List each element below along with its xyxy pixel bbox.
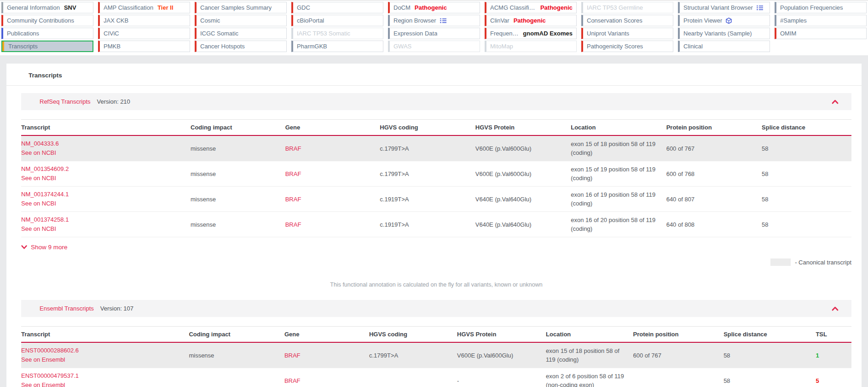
refseq-panel-title[interactable]: RefSeq Transcripts	[40, 98, 91, 105]
annotation-note: This functional annotation is calculated…	[21, 281, 851, 288]
tab-label: MitoMap	[490, 43, 513, 50]
tab-label: DoCM	[393, 4, 411, 11]
transcript-id-link[interactable]: NM_004333.6	[21, 139, 187, 148]
tab-grid: General InformationSNVAMP Classification…	[1, 2, 867, 52]
transcript-id-link[interactable]: NM_001354609.2	[21, 164, 187, 174]
tab-uniprot-variants[interactable]: Uniprot Variants	[581, 28, 673, 39]
see-on-ensembl-link[interactable]: See on Ensembl	[21, 355, 185, 364]
tab-clinvar[interactable]: ClinVarPathogenic	[485, 15, 577, 26]
tab-transcripts[interactable]: Transcripts	[1, 41, 93, 52]
tab-pharmgkb[interactable]: PharmGKB	[291, 41, 383, 52]
cell-hgvs-coding: c.1919T>A	[380, 187, 475, 212]
see-on-ncbi-link[interactable]: See on NCBI	[21, 199, 187, 208]
chevron-up-icon[interactable]	[832, 100, 839, 104]
see-on-ncbi-link[interactable]: See on NCBI	[21, 174, 187, 183]
tab-iarc-tp53-somatic: IARC TP53 Somatic	[291, 28, 383, 39]
tab-publications[interactable]: Publications	[1, 28, 93, 39]
tab-protein-viewer[interactable]: Protein Viewer	[678, 15, 770, 26]
tab-cosmic[interactable]: Cosmic	[195, 15, 287, 26]
transcript-id-link[interactable]: NM_001374258.1	[21, 215, 187, 224]
cell-gene: BRAF	[285, 187, 380, 212]
cell-splice-distance: 58	[723, 342, 816, 368]
see-on-ncbi-link[interactable]: See on NCBI	[21, 224, 187, 234]
transcript-id-link[interactable]: ENST00000479537.1	[21, 371, 185, 381]
see-on-ncbi-link[interactable]: See on NCBI	[21, 148, 187, 158]
gene-link[interactable]: BRAF	[285, 221, 301, 228]
cell-hgvs-protein: V600E (p.Val600Glu)	[475, 135, 571, 161]
column-header-hgvs-coding: HGVS coding	[369, 327, 457, 343]
ensembl-panel-header[interactable]: Ensembl Transcripts Version: 107	[21, 300, 851, 317]
chevron-up-icon[interactable]	[832, 306, 839, 311]
tab-samples[interactable]: #Samples	[775, 15, 867, 26]
gene-link[interactable]: BRAF	[285, 196, 301, 203]
column-header-location: Location	[546, 327, 633, 343]
tsl-value: 1	[816, 352, 819, 359]
ensembl-panel-title[interactable]: Ensembl Transcripts	[40, 305, 94, 312]
transcript-id-link[interactable]: ENST00000288602.6	[21, 346, 185, 355]
cell-tsl: 1	[816, 342, 851, 368]
tab-general-information[interactable]: General InformationSNV	[1, 2, 93, 13]
tab-expression-data[interactable]: Expression Data	[388, 28, 480, 39]
tab-label: PharmGKB	[297, 43, 327, 50]
tab-label: Region Browser	[393, 17, 436, 24]
tab-cbioportal[interactable]: cBioPortal	[291, 15, 383, 26]
tab-label: Frequencies	[490, 30, 519, 37]
cell-hgvs-coding	[369, 368, 457, 387]
tab-amp-classification[interactable]: AMP ClassificationTier II	[98, 2, 190, 13]
tab-gdc[interactable]: GDC	[291, 2, 383, 13]
tab-omim[interactable]: OMIM	[775, 28, 867, 39]
tab-jax-ckb[interactable]: JAX CKB	[98, 15, 190, 26]
tab-acmg-classification[interactable]: ACMG ClassificationPathogenic	[485, 2, 577, 13]
cell-gene: BRAF	[284, 368, 369, 387]
gene-link[interactable]: BRAF	[285, 170, 301, 177]
tab-population-frequencies[interactable]: Population Frequencies	[775, 2, 867, 13]
column-header-transcript: Transcript	[21, 120, 191, 136]
cell-hgvs-protein: -	[457, 368, 546, 387]
tab-label: General Information	[7, 4, 60, 11]
tab-conservation-scores[interactable]: Conservation Scores	[581, 15, 673, 26]
cell-hgvs-protein: V640E (p.Val640Glu)	[475, 187, 571, 212]
tab-community-contributions[interactable]: Community Contributions	[1, 15, 93, 26]
tab-frequencies[interactable]: FrequenciesgnomAD Exomes	[485, 28, 577, 39]
refseq-panel-header[interactable]: RefSeq Transcripts Version: 210	[21, 93, 851, 110]
tab-docm[interactable]: DoCMPathogenic	[388, 2, 480, 13]
cell-location: exon 2 of 6 position 58 of 119 (non-codi…	[546, 368, 633, 387]
cell-protein-position	[633, 368, 724, 387]
cell-coding-impact: missense	[191, 161, 285, 187]
column-header-splice-distance: Splice distance	[762, 120, 851, 136]
tab-clinical[interactable]: Clinical	[678, 41, 770, 52]
tab-label: Uniprot Variants	[587, 30, 629, 37]
gene-link[interactable]: BRAF	[284, 377, 301, 384]
tab-nearby-variants-sample[interactable]: Nearby Variants (Sample)	[678, 28, 770, 39]
column-header-tsl: TSL	[816, 327, 851, 343]
tab-civic[interactable]: CIViC	[98, 28, 190, 39]
cell-protein-position: 600 of 768	[666, 161, 762, 187]
tab-label: GDC	[297, 4, 310, 11]
gene-link[interactable]: BRAF	[285, 145, 301, 152]
chevron-down-icon	[21, 245, 27, 249]
table-row: ENST00000479537.1See on EnsemblBRAF-exon…	[21, 368, 851, 387]
cell-location: exon 16 of 19 position 58 of 119 (coding…	[571, 187, 666, 212]
cell-gene: BRAF	[285, 212, 380, 237]
tab-mitomap: MitoMap	[485, 41, 577, 52]
column-header-coding-impact: Coding impact	[191, 120, 285, 136]
tab-label: Cancer Hotspots	[200, 43, 245, 50]
column-header-coding-impact: Coding impact	[189, 327, 284, 343]
tab-region-browser[interactable]: Region Browser	[388, 15, 480, 26]
tab-structural-variant-browser[interactable]: Structural Variant Browser	[678, 2, 770, 13]
transcript-id-link[interactable]: NM_001374244.1	[21, 190, 187, 199]
cell-location: exon 15 of 19 position 58 of 119 (coding…	[571, 161, 666, 187]
tab-label: Cancer Samples Summary	[200, 4, 272, 11]
see-on-ensembl-link[interactable]: See on Ensembl	[21, 381, 185, 387]
cell-coding-impact: missense	[189, 342, 284, 368]
tab-label: ACMG Classification	[490, 4, 536, 11]
tab-label: Nearby Variants (Sample)	[683, 30, 752, 37]
tab-icgc-somatic[interactable]: ICGC Somatic	[195, 28, 287, 39]
tab-cancer-hotspots[interactable]: Cancer Hotspots	[195, 41, 287, 52]
tab-label: Publications	[7, 30, 39, 37]
tab-cancer-samples-summary[interactable]: Cancer Samples Summary	[195, 2, 287, 13]
gene-link[interactable]: BRAF	[284, 352, 301, 359]
show-more-button[interactable]: Show 9 more	[21, 244, 68, 251]
tab-pathogenicity-scores[interactable]: Pathogenicity Scores	[581, 41, 673, 52]
tab-pmkb[interactable]: PMKB	[98, 41, 190, 52]
